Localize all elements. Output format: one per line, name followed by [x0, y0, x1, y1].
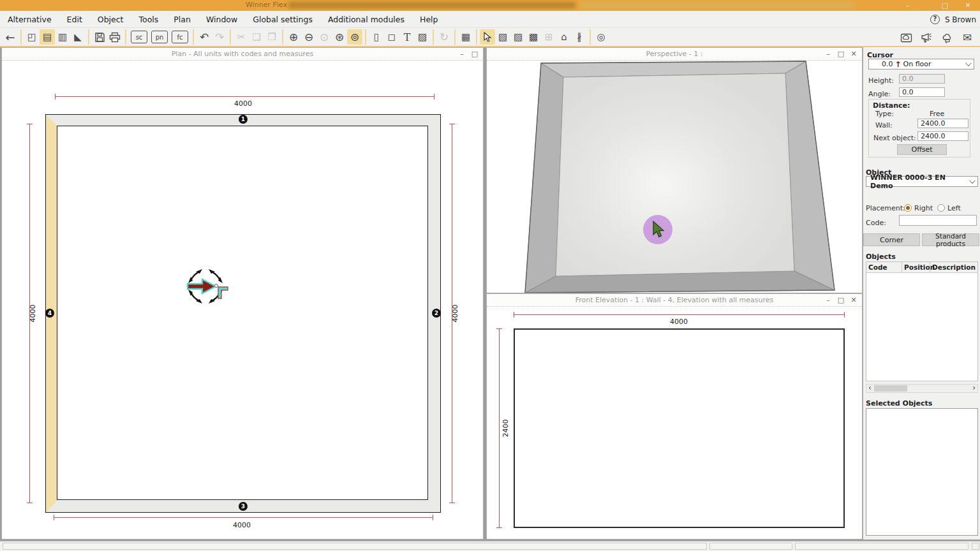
menu-item[interactable]: Alternative [0, 11, 59, 28]
column-header-position[interactable]: Position [902, 262, 930, 272]
paste-icon[interactable]: ❐ [264, 29, 279, 45]
wall-badge-4[interactable]: 4 [45, 309, 54, 318]
zoom-100-icon[interactable]: ⊙ [316, 29, 332, 45]
dimension-line-top [55, 96, 434, 97]
elevation-canvas[interactable]: 4000 2400 [487, 307, 862, 539]
grid-icon[interactable]: ⊞ [541, 29, 556, 45]
wall-tool-1-icon[interactable]: ▧ [495, 29, 510, 45]
resize-grip[interactable] [972, 543, 979, 550]
plan-canvas[interactable]: 4000 4000 4000 4000 1 2 3 4 [2, 61, 483, 539]
elevation-view-icon[interactable]: ▤ [40, 29, 55, 45]
placement-left-radio[interactable] [937, 204, 945, 212]
column-header-description[interactable]: Description [930, 262, 977, 272]
window-close-icon[interactable]: ✕ [957, 0, 979, 11]
panel-close-icon[interactable]: ✕ [848, 49, 859, 59]
window-minimize-icon[interactable]: – [897, 0, 919, 11]
pn-button[interactable]: pn [151, 31, 168, 43]
window-maximize-icon[interactable]: □ [934, 0, 956, 11]
save-icon[interactable] [92, 29, 107, 45]
help-icon[interactable]: ? [930, 15, 940, 24]
wall-tool-3-icon[interactable]: ▩ [526, 29, 541, 45]
material-pattern-icon[interactable]: ▨ [415, 29, 430, 45]
tape-measure-icon[interactable]: ◎ [593, 29, 609, 45]
menu-item[interactable]: Edit [59, 11, 90, 28]
wall-badge-3[interactable]: 3 [239, 502, 248, 511]
panel-close-icon[interactable]: ✕ [848, 295, 859, 305]
panel-maximize-icon[interactable]: □ [835, 295, 847, 305]
mail-icon[interactable]: ✉ [960, 30, 975, 45]
menu-item[interactable]: Help [412, 11, 446, 28]
menu-item[interactable]: Tools [131, 11, 167, 28]
insertion-cursor-marker[interactable] [182, 263, 228, 309]
standard-products-button[interactable]: Standard products [922, 233, 979, 246]
panel-maximize-icon[interactable]: □ [835, 49, 847, 59]
height-input[interactable] [899, 74, 945, 84]
sc-button[interactable]: sc [131, 31, 147, 43]
wall-tool-2-icon[interactable]: ▨ [510, 29, 526, 45]
print-icon[interactable] [107, 29, 122, 45]
unit-view-icon[interactable]: ▥ [55, 29, 70, 45]
perspective-canvas[interactable] [487, 61, 862, 293]
roof-tool-icon[interactable]: ⌂ [556, 29, 572, 45]
fc-button[interactable]: fc [172, 31, 188, 43]
panel-minimize-icon[interactable]: – [456, 49, 468, 59]
objects-horizontal-scrollbar[interactable]: ‹ › [866, 384, 978, 393]
menu-item[interactable]: Object [90, 11, 131, 28]
cloud-chat-icon[interactable] [939, 30, 954, 45]
refresh-icon[interactable]: ↻ [436, 29, 452, 45]
panel-maximize-icon[interactable]: □ [469, 49, 480, 59]
objects-table[interactable]: Code Position Description [866, 261, 978, 381]
zoom-in-icon[interactable]: ⊕ [286, 29, 301, 45]
redo-icon[interactable]: ↷ [212, 29, 227, 45]
wall-badge-2[interactable]: 2 [432, 309, 441, 318]
back-icon[interactable]: ← [3, 29, 18, 45]
catalog-dropdown[interactable]: WINNER 0000-3 EN Demo [866, 176, 978, 187]
cloud-folder-icon[interactable] [898, 30, 914, 45]
panel-minimize-icon[interactable]: – [822, 295, 834, 305]
column-header-code[interactable]: Code [866, 262, 902, 272]
elevation-panel-titlebar: Front Elevation - 1 : Wall - 4, Elevatio… [487, 294, 862, 307]
distance-label: Distance: [873, 101, 910, 110]
room-plan[interactable]: 1 2 3 4 [45, 114, 441, 513]
scroll-left-icon[interactable]: ‹ [868, 384, 872, 392]
offset-button[interactable]: Offset [897, 144, 947, 155]
text-tool-icon[interactable]: T [399, 29, 415, 45]
cursor-mode-dropdown[interactable]: 0.0 ↑ On floor [868, 59, 974, 70]
wall-spacing-icon[interactable]: ∦ [572, 29, 587, 45]
code-input[interactable] [899, 215, 977, 226]
corner-view-icon[interactable]: ◣ [70, 29, 85, 45]
zoom-out-icon[interactable]: ⊖ [301, 29, 316, 45]
distance-wall-input[interactable] [917, 119, 969, 128]
toolbar-separator [365, 29, 366, 45]
comment-icon[interactable]: ◻ [384, 29, 399, 45]
selected-objects-list[interactable] [866, 408, 978, 536]
distance-next-input[interactable] [917, 131, 969, 141]
cut-icon[interactable]: ✂ [234, 29, 249, 45]
note-icon[interactable]: ▯ [369, 29, 384, 45]
menu-item[interactable]: Global settings [245, 11, 320, 28]
zoom-window-icon[interactable]: ⊚ [347, 29, 362, 45]
code-label: Code: [866, 219, 886, 227]
scrollbar-thumb[interactable] [874, 385, 907, 392]
plan-view-icon[interactable]: ◰ [24, 29, 40, 45]
perspective-panel-title: Perspective - 1 : [487, 50, 862, 58]
menu-item[interactable]: Additional modules [320, 11, 412, 28]
zoom-all-icon[interactable]: ⊛ [332, 29, 347, 45]
wall-badge-1[interactable]: 1 [239, 115, 248, 124]
user-name[interactable]: S Brown [945, 15, 976, 24]
select-tool-icon[interactable] [480, 29, 495, 45]
room-floor[interactable] [57, 126, 428, 500]
corner-button[interactable]: Corner [863, 233, 920, 246]
menu-item[interactable]: Plan [166, 11, 198, 28]
angle-input[interactable] [899, 87, 945, 97]
copy-icon[interactable]: ❏ [249, 29, 264, 45]
placement-right-radio[interactable] [904, 204, 912, 212]
menu-item[interactable]: Window [198, 11, 245, 28]
megaphone-icon[interactable] [919, 30, 934, 45]
scroll-right-icon[interactable]: › [972, 384, 976, 392]
undo-icon[interactable]: ↶ [197, 29, 212, 45]
panel-minimize-icon[interactable]: – [822, 49, 834, 59]
dimension-line-bottom [54, 517, 433, 518]
calculator-icon[interactable]: ▦ [458, 29, 473, 45]
chevron-down-icon [965, 60, 972, 66]
